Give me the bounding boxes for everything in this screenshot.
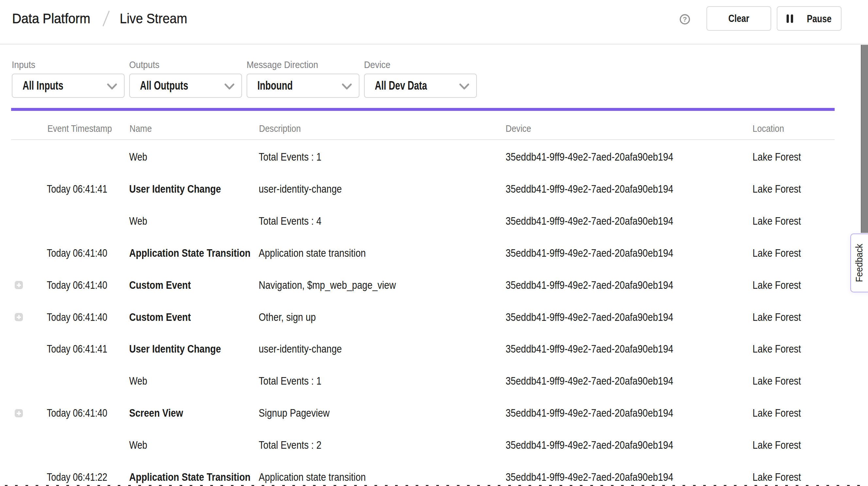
svg-text:?: ? xyxy=(683,16,687,23)
